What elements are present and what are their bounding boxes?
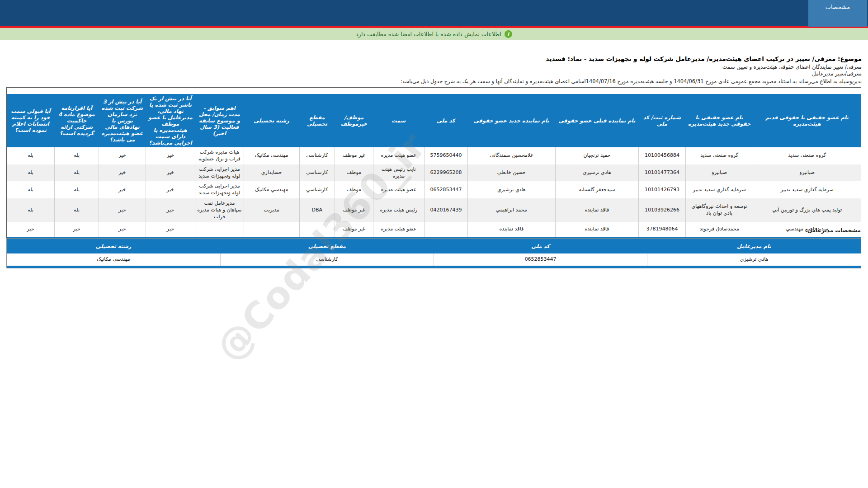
table-cell: خیر [55,222,99,237]
announcement-line: بدین‌وسیله به اطلاع می‌رساند به استناد م… [6,78,862,84]
header-row: نام مدیرعاملکد ملیمقطع تحصیلیرشته تحصیلی [7,239,861,253]
table-cell: خیر [146,181,195,198]
table-cell: 6229965208 [424,164,467,182]
intro-block: موضوع: معرفی/ تغییر در ترکیب اعضای هیئت‌… [6,55,862,84]
table-cell [195,222,244,237]
info-icon: i [505,30,512,38]
table-cell: غیر موظف [335,198,373,222]
table-row: تولید پمپ هاي بزرگ و توربین آبيتوسعه و ا… [7,198,861,222]
ceo-section-title: مشخصات مدیرعامل: [805,227,861,234]
signature-match-notice: i اطلاعات نمایش داده شده با اطلاعات امضا… [0,28,868,40]
board-members-table-container: نام عضو حقیقی یا حقوقی قدیم هیئت‌مدیرهنا… [6,87,861,239]
column-header: نام عضو حقیقی یا حقوقی قدیم هیئت‌مدیره [753,94,861,147]
table-cell: عضو هیئت مدیره [373,147,424,164]
table-cell: هادي ترشیزي [647,253,861,266]
column-header: اهم سوابق - مدت زمان/ محل و موضوع سابقه … [195,94,244,147]
column-header: سمت [373,94,424,147]
table-cell: 10100456884 [639,147,686,164]
red-divider [0,26,868,28]
table-cell: عضو هیئت مدیره [373,181,424,198]
table-cell: سرمایه گذاري سدید تدبیر [753,181,861,198]
table-cell: نایب رئیس هیئت مدیره [373,164,424,182]
table-cell: صبانیرو [685,164,753,182]
table-cell: مهندسي مکانیک [244,147,299,164]
subject-line-representatives: معرفی/ تغییر نمایندگان اعضای حقوقی هیئت‌… [6,64,862,70]
table-cell: خیر [146,222,195,237]
table-cell: موظف [335,164,373,182]
table-cell: حمید ترنجیان [555,147,638,164]
column-header: آیا در بیش از 3 شرکت ثبت شده نزد سازمان … [99,94,146,147]
signature-match-text: اطلاعات نمایش داده شده با اطلاعات امضا ش… [356,31,501,38]
column-header: نام نماینده جدید عضو حقوقی [467,94,555,147]
table-cell: مدیر اجرایی شرکت لوله وتجهیزات سدید [195,181,244,198]
top-header-bar [0,0,868,26]
table-cell: موظف [335,181,373,198]
column-header: آیا قبولی سمت خود را به کمیته انتصابات ا… [7,94,55,147]
table-cell: کارشناسي [299,164,335,182]
table-cell: کارشناسي [299,147,335,164]
table-cell: غیر موظف [335,222,373,237]
table-cell [244,222,299,237]
column-header: موظف/ غیرموظف [335,94,373,147]
table-cell: مهندسي مکانیک [244,181,299,198]
table-cell [424,222,467,237]
table-cell: بله [7,147,55,164]
column-header: نام نماینده قبلی عضو حقوقی [555,94,638,147]
column-header: کد ملی [434,239,647,253]
table-cell: بله [7,164,55,182]
table-cell: سرمایه گذاري سدید تدبیر [685,181,753,198]
table-cell: صبانیرو [753,164,861,182]
header-row: نام عضو حقیقی یا حقوقی قدیم هیئت‌مدیرهنا… [7,94,861,147]
table-cell: خیر [99,181,146,198]
table-cell: بله [55,181,99,198]
table-cell: 0652853447 [424,181,467,198]
table-cell: 10101477364 [639,164,686,182]
table-cell: فاقد نماینده [467,222,555,237]
table-cell: تولید پمپ هاي بزرگ و توربین آبي [753,198,861,222]
table-footer-strip [7,266,861,268]
table-row: سدید تامین مهندسيمحمدصادق فرجوند37819480… [7,222,861,237]
table-cell: بله [7,198,55,222]
table-cell: 0652853447 [434,253,647,266]
table-cell: هادي ترشیزي [555,164,638,182]
table-cell: گروه صنعتي سدید [685,147,753,164]
table-cell: خیر [99,164,146,182]
table-cell: مدیرعامل نفت سپاهان و هیات مدیره فراب [195,198,244,222]
table-cell: هیات مدیره شرکت فراب و برق عسلویه [195,147,244,164]
table-cell: مدیر اجرایی شرکت لوله وتجهیزات سدید [195,164,244,182]
page: { "header": { "tab_label": "مشخصات" }, "… [0,0,868,488]
table-cell: کارشناسي [299,181,335,198]
table-cell: حسین خانعلي [467,164,555,182]
table-cell: بله [7,181,55,198]
table-row: صبانیروصبانیرو10101477364هادي ترشیزيحسین… [7,164,861,182]
table-cell: حسابداري [244,164,299,182]
table-row: گروه صنعتي سدیدگروه صنعتي سدید1010045688… [7,147,861,164]
table-row: سرمایه گذاري سدید تدبیرسرمایه گذاري سدید… [7,181,861,198]
table-cell: DBA [299,198,335,222]
tab-specifications[interactable]: مشخصات [808,0,867,27]
table-cell: گروه صنعتي سدید [753,147,861,164]
column-header: آیا اقرارنامه موضوع ماده 4 حاکمیت شرکتی … [55,94,99,147]
table-cell: بله [55,198,99,222]
table-cell: فاقد نماینده [555,222,638,237]
column-header: نام عضو حقیقی یا حقوقی جدید هیئت‌مدیره [685,94,753,147]
ceo-table-container: نام مدیرعاملکد ملیمقطع تحصیلیرشته تحصیلی… [6,238,861,268]
table-cell: عضو هیئت مدیره [373,222,424,237]
column-header: مقطع تحصیلی [299,94,335,147]
column-header: رشته تحصیلی [7,239,220,253]
footer-strip-cell [7,266,861,268]
table-cell: هادي ترشیزي [467,181,555,198]
table-cell: خیر [146,147,195,164]
column-header: شماره ثبت/ کد ملی [639,94,686,147]
table-cell: خیر [99,147,146,164]
column-header: آیا در بیش از یک ناشر ثبت شده یا نهاد ما… [146,94,195,147]
table-cell: محمدصادق فرجوند [685,222,753,237]
column-header: رشته تحصیلی [244,94,299,147]
table-cell: 3781948064 [639,222,686,237]
table-cell: غلامحسین سمندگاني [467,147,555,164]
table-cell: محمد ابراهیمي [467,198,555,222]
table-cell: فاقد نماینده [555,198,638,222]
table-cell: خیر [7,222,55,237]
table-cell: 0420167439 [424,198,467,222]
table-cell: 10103926266 [639,198,686,222]
